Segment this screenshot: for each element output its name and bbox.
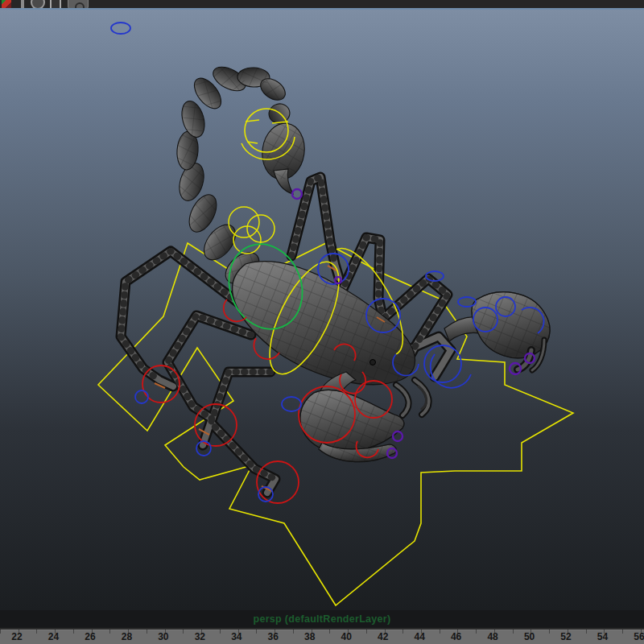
sphere-tool-icon[interactable] [31,0,45,8]
frame-label: 46 [451,631,461,642]
perspective-viewport[interactable] [0,8,644,610]
frame-label: 44 [414,631,424,642]
frame-label: 30 [158,631,168,642]
frame-label: 36 [268,631,279,642]
frame-label: 54 [597,631,608,642]
frame-label: 28 [122,631,132,642]
frame-label: 26 [85,631,95,642]
frame-label: 48 [487,631,497,642]
scorpion-mouth-hooks [396,380,429,415]
viewport-label-bar: persp (defaultRenderLayer) [0,610,644,628]
frame-label: 40 [341,631,352,642]
scene-canvas[interactable] [0,8,644,644]
frame-label: 50 [524,631,535,642]
frame-label: 38 [304,631,315,642]
frame-label: 24 [48,631,59,642]
toolbar [0,0,644,8]
frame-ticks [0,630,644,634]
frame-label: 32 [195,631,205,642]
maya-window: persp (defaultRenderLayer) 2224262830323… [0,0,644,644]
frame-tool-icon[interactable] [50,0,61,8]
head-flower-control[interactable] [229,207,275,254]
frame-label: 56 [634,631,644,642]
frame-label: 22 [11,631,22,642]
viewport-highlight-border [0,8,644,10]
frame-label: 42 [378,631,388,642]
active-tool-button[interactable] [68,0,89,8]
time-slider[interactable]: 222426283032343638404244464850525456 [0,628,644,644]
camera-label: persp (defaultRenderLayer) [253,613,390,625]
frame-label: 52 [560,631,571,642]
scorpion-left-claw [300,372,404,462]
snap-icon[interactable] [2,0,11,8]
frame-label: 34 [231,631,242,642]
pin-icon[interactable] [21,0,24,8]
scorpion-eye [370,360,376,365]
